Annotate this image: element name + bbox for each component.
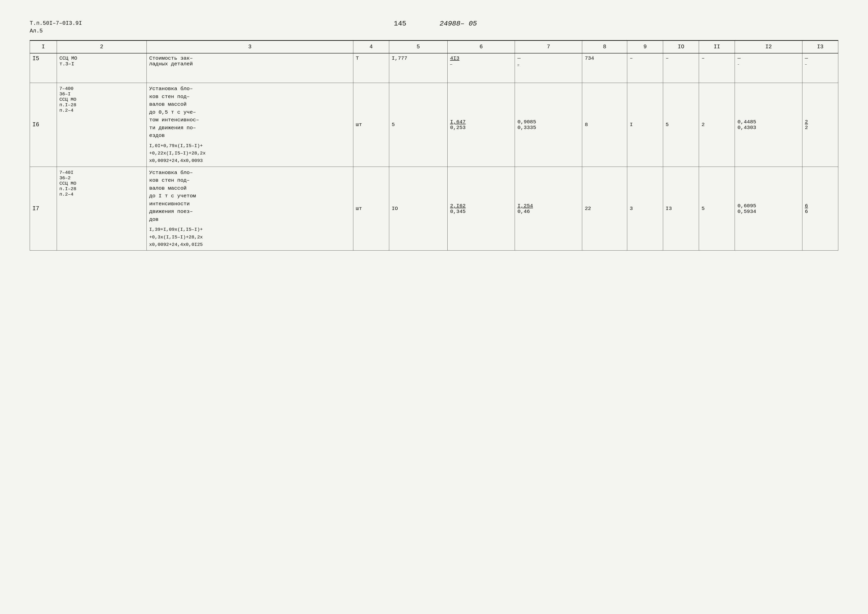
th-col3: 3 xyxy=(146,40,353,53)
row-i5-col7: —— xyxy=(515,53,582,83)
row-i5-col13: —– xyxy=(802,53,838,83)
row-i6-col5: 5 xyxy=(389,83,447,167)
row-i5-col3: Стоимость зак–ладных деталей xyxy=(146,53,353,83)
row-i6-col4: шт xyxy=(353,83,389,167)
top-left-info: Т.п.50I–7–0I3.9I Ал.5 xyxy=(30,20,82,35)
th-col4: 4 xyxy=(353,40,389,53)
row-i6-col11: 2 xyxy=(699,83,735,167)
row-i6-col13: 2 2 xyxy=(802,83,838,167)
row-i7-col2: 7–40I 36–2 ССЦ МО п.I–28 п.2–4 xyxy=(57,166,146,250)
row-i7-col13: 6 6 xyxy=(802,166,838,250)
th-col5: 5 xyxy=(389,40,447,53)
th-col2: 2 xyxy=(57,40,146,53)
page-number: 145 24988– 05 xyxy=(82,20,789,28)
row-i5-col10: – xyxy=(663,53,699,83)
row-i5-col8: 734 xyxy=(582,53,627,83)
row-i6-col2: 7–400 36–I ССЦ МО п.I–28 п.2–4 xyxy=(57,83,146,167)
row-i7-id: I7 xyxy=(30,166,57,250)
table-header-row: I 2 3 4 5 6 7 8 9 IO II I2 I3 xyxy=(30,40,838,53)
row-i6-col6: I,647 0,253 xyxy=(447,83,515,167)
row-i5-col5: I,777 xyxy=(389,53,447,83)
th-col12: I2 xyxy=(735,40,802,53)
th-col7: 7 xyxy=(515,40,582,53)
page: Т.п.50I–7–0I3.9I Ал.5 145 24988– 05 I 2 … xyxy=(0,0,868,614)
row-i7-col10: I3 xyxy=(663,166,699,250)
header-area: Т.п.50I–7–0I3.9I Ал.5 145 24988– 05 xyxy=(30,20,838,35)
row-i6-col8: 8 xyxy=(582,83,627,167)
main-table: I 2 3 4 5 6 7 8 9 IO II I2 I3 I5 ССЦ МО … xyxy=(30,40,838,251)
row-i6-col3: Установка бло–ков стен под–валов массойд… xyxy=(146,83,353,167)
row-i7-col11: 5 xyxy=(699,166,735,250)
table-row: I7 7–40I 36–2 ССЦ МО п.I–28 п.2–4 Устано… xyxy=(30,166,838,250)
row-i7-col9: 3 xyxy=(627,166,663,250)
row-i5-col12: —– xyxy=(735,53,802,83)
row-i5-col9: – xyxy=(627,53,663,83)
doc-ref-line2: Ал.5 xyxy=(30,28,82,35)
row-i7-col12: 0,6095 0,5934 xyxy=(735,166,802,250)
row-i7-col3: Установка бло–ков стен под–валов массойд… xyxy=(146,166,353,250)
row-i7-col5: IO xyxy=(389,166,447,250)
th-col8: 8 xyxy=(582,40,627,53)
row-i5-col11: – xyxy=(699,53,735,83)
row-i5-col6: 4I3— xyxy=(447,53,515,83)
row-i7-col4: шт xyxy=(353,166,389,250)
th-col10: IO xyxy=(663,40,699,53)
doc-number: 24988– 05 xyxy=(439,20,477,28)
row-i5-id: I5 xyxy=(30,53,57,83)
row-i6-col12: 0,4485 0,4303 xyxy=(735,83,802,167)
th-col9: 9 xyxy=(627,40,663,53)
th-col1: I xyxy=(30,40,57,53)
row-i6-col7: 0,9085 0,3335 xyxy=(515,83,582,167)
th-col13: I3 xyxy=(802,40,838,53)
row-i6-col9: I xyxy=(627,83,663,167)
row-i7-col7: I,254 0,46 xyxy=(515,166,582,250)
row-i7-col8: 22 xyxy=(582,166,627,250)
row-i7-col6: 2,I62 0,345 xyxy=(447,166,515,250)
table-row: I6 7–400 36–I ССЦ МО п.I–28 п.2–4 Устано… xyxy=(30,83,838,167)
th-col11: II xyxy=(699,40,735,53)
doc-ref-line1: Т.п.50I–7–0I3.9I xyxy=(30,20,82,28)
th-col6: 6 xyxy=(447,40,515,53)
row-i5-col4: Т xyxy=(353,53,389,83)
table-row: I5 ССЦ МО т.3–I Стоимость зак–ладных дет… xyxy=(30,53,838,83)
row-i6-id: I6 xyxy=(30,83,57,167)
row-i6-col10: 5 xyxy=(663,83,699,167)
row-i5-col2: ССЦ МО т.3–I xyxy=(57,53,146,83)
